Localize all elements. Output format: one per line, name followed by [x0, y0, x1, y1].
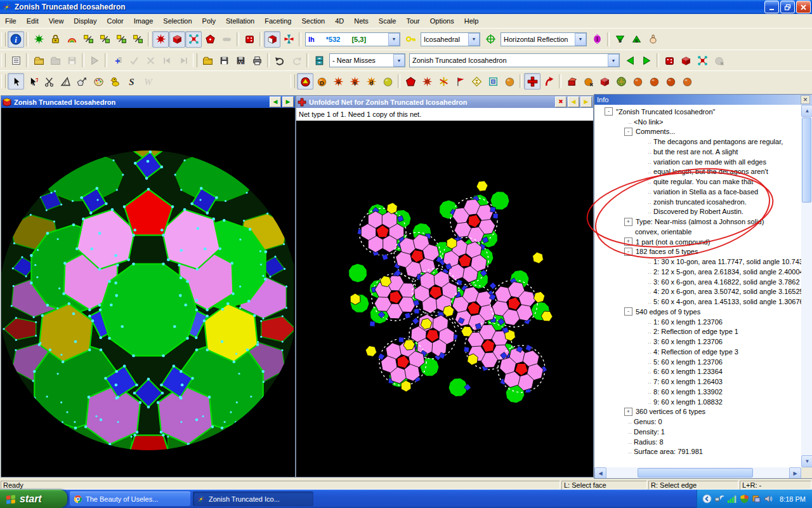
pentagon-icon[interactable]	[402, 73, 419, 90]
open-file-icon[interactable]	[199, 52, 216, 69]
toolbar-grip[interactable]	[193, 53, 197, 67]
scroll-right-icon[interactable]: ▶	[789, 467, 801, 478]
combo-symgroup[interactable]: Icosahedral▼	[421, 32, 480, 46]
show-solid-icon[interactable]	[169, 31, 185, 48]
scroll-down-icon[interactable]: ▼	[801, 455, 812, 467]
model-relations-icon[interactable]	[694, 52, 710, 69]
square-net-icon[interactable]	[485, 73, 501, 90]
mirror-icon[interactable]	[589, 31, 605, 48]
scissors-icon[interactable]	[41, 73, 57, 90]
tree-item[interactable]: +360 vertices of 6 types	[594, 407, 801, 417]
tree-item[interactable]: ․․5: 60 x length 1.23706	[594, 357, 801, 367]
sphere-shade-icon[interactable]	[379, 73, 396, 90]
combo-category[interactable]: - Near Misses▼	[329, 53, 405, 67]
restore-button[interactable]	[780, 1, 795, 13]
model-next-button[interactable]: ▶	[282, 97, 294, 107]
tree-item[interactable]: ․․6: 60 x length 1.23364	[594, 367, 801, 377]
tree-expand-icon[interactable]: +	[624, 218, 632, 226]
signal-strength-icon[interactable]	[727, 494, 737, 504]
menu-scale[interactable]: Scale	[374, 15, 402, 27]
show-faces-icon[interactable]	[152, 31, 169, 48]
tree-item[interactable]: -182 faces of 5 types	[594, 247, 801, 257]
info-horizontal-scrollbar[interactable]: ◀ ▶	[594, 467, 801, 478]
morph-base-icon[interactable]	[80, 31, 96, 48]
tray-app-icon[interactable]	[752, 494, 761, 504]
tree-item[interactable]: ․․equal length, but the decagons aren't	[594, 167, 801, 177]
tree-item[interactable]: ․․7: 60 x length 1.26403	[594, 377, 801, 387]
hourglass-icon[interactable]	[468, 73, 485, 90]
tree-item[interactable]: ․․1: 30 x 10-gon, area 11.7747, solid an…	[594, 257, 801, 267]
net-next-button[interactable]: ▶	[580, 97, 592, 107]
toolbar-grip[interactable]	[291, 74, 295, 88]
tree-item[interactable]: ․․variation can be made with all edges	[594, 157, 801, 167]
menu-nets[interactable]: Nets	[349, 15, 374, 27]
spiky-star-icon[interactable]	[419, 73, 435, 90]
context-help-icon[interactable]: ??	[24, 73, 41, 90]
menu-image[interactable]: Image	[129, 15, 159, 27]
vertical-scroll-thumb[interactable]	[802, 117, 811, 203]
stellation-s-icon[interactable]: s	[346, 73, 363, 90]
compound-toggle-icon[interactable]	[280, 31, 297, 48]
tree-item[interactable]: ․․1: 60 x length 1.23706	[594, 317, 801, 327]
save-file-icon[interactable]	[216, 52, 232, 69]
info-close-icon[interactable]: ✕	[801, 95, 810, 104]
model-3d-canvas[interactable]	[1, 108, 295, 477]
tree-item[interactable]: ․․quite regular. You can make that	[594, 177, 801, 187]
signature-icon[interactable]: S	[123, 73, 140, 90]
morph-mid-icon[interactable]	[96, 31, 113, 48]
menu-edit[interactable]: Edit	[22, 15, 44, 27]
tree-item[interactable]: +1 part (not a compound)	[594, 237, 801, 247]
tree-item[interactable]: ․․variation in Stella as a face-based	[594, 187, 801, 197]
combo-symmetry[interactable]: Ih*532[5,3]▼	[305, 32, 400, 46]
tree-item[interactable]: ․․5: 60 x 4-gon, area 1.45133, solid ang…	[594, 297, 801, 307]
combo-model[interactable]: Zonish Truncated Icosahedron▼	[409, 53, 620, 67]
tree-collapse-icon[interactable]: -	[605, 107, 613, 116]
combo-model-dropdown-icon[interactable]: ▼	[608, 54, 619, 67]
sphere-icon-4[interactable]	[679, 73, 695, 90]
menu-faceting[interactable]: Faceting	[259, 15, 296, 27]
subsym-up-icon[interactable]: s	[628, 31, 645, 48]
stellation-plus-icon[interactable]: +	[330, 73, 346, 90]
prev-model-icon[interactable]	[622, 52, 638, 69]
unfold-net-icon[interactable]	[524, 73, 540, 90]
show-edges-icon[interactable]	[185, 31, 202, 48]
geodesic-icon[interactable]	[613, 73, 629, 90]
tree-item[interactable]: ․․zonish truncated icosahedron.	[594, 197, 801, 207]
menu-stellation[interactable]: Stellation	[221, 15, 259, 27]
color-palette-icon[interactable]	[90, 73, 107, 90]
morph-compound-icon[interactable]	[129, 31, 146, 48]
combo-symgroup-dropdown-icon[interactable]: ▼	[468, 33, 480, 46]
lock-icon[interactable]	[47, 31, 63, 48]
toolbar-grip[interactable]	[1, 32, 6, 46]
base-dual-toggle-icon[interactable]	[264, 31, 280, 48]
tree-expand-icon[interactable]: +	[624, 237, 632, 246]
start-button[interactable]: start	[0, 490, 67, 508]
tree-item[interactable]: ․․<No link>	[594, 117, 801, 127]
info-panel-header[interactable]: Info ✕	[594, 95, 812, 105]
tree-collapse-icon[interactable]: -	[624, 128, 632, 136]
tree-item[interactable]: ․․2: 12 x 5-gon, area 2.61834, solid ang…	[594, 267, 801, 277]
menu-section[interactable]: Section	[296, 15, 330, 27]
menu-poly[interactable]: Poly	[197, 15, 221, 27]
tree-item[interactable]: ․․2: Reflection of edge type 1	[594, 327, 801, 337]
tree-item[interactable]: -Comments...	[594, 127, 801, 137]
menu-color[interactable]: Color	[102, 15, 128, 27]
taskbar-task-stella[interactable]: Zonish Truncated Ico...	[193, 491, 313, 506]
menu-display[interactable]: Display	[69, 15, 102, 27]
tree-item[interactable]: ․․Surface area: 791.981	[594, 447, 801, 457]
model-info-icon[interactable]	[678, 52, 694, 69]
tree-item[interactable]: ․․Discovered by Robert Austin.	[594, 207, 801, 217]
select-tool-icon[interactable]	[8, 73, 24, 90]
info-vertical-scrollbar[interactable]: ▲ ▼	[801, 105, 812, 467]
tree-collapse-icon[interactable]: -	[624, 248, 632, 256]
morph-dual-icon[interactable]	[113, 31, 129, 48]
menu-selection[interactable]: Selection	[158, 15, 197, 27]
stellation-d-icon[interactable]: d	[363, 73, 379, 90]
save-as-icon[interactable]: W	[232, 52, 249, 69]
tree-item[interactable]: ․․3: 60 x length 1.23706	[594, 337, 801, 347]
symmetry-key-icon[interactable]	[402, 31, 419, 48]
tree-item[interactable]: ․․Genus: 0	[594, 417, 801, 427]
faceting-mode-icon[interactable]	[297, 73, 313, 90]
sphere-icon-2[interactable]	[646, 73, 662, 90]
tree-item[interactable]: ․․but the rest are not. A slight	[594, 147, 801, 157]
